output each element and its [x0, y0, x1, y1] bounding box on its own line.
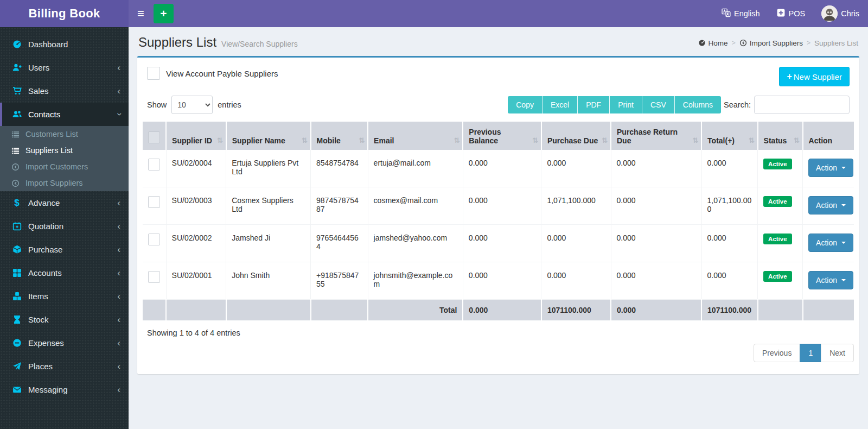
submenu-item-suppliers-list[interactable]: Suppliers List: [0, 142, 129, 159]
chevron-left-icon: ‹: [117, 222, 120, 231]
submenu-item-import-suppliers[interactable]: Import Suppliers: [0, 175, 129, 191]
cell-action: Action: [803, 262, 854, 300]
col-mobile[interactable]: Mobile⇅: [311, 122, 368, 150]
cell-previous-balance: 0.000: [463, 150, 541, 187]
navbar-right: English POS Chris: [722, 5, 859, 22]
col-purchase-due[interactable]: Purchase Due⇅: [541, 122, 611, 150]
cell-status: Active: [758, 187, 803, 225]
columns-button[interactable]: Columns: [675, 96, 721, 113]
contacts-icon: [10, 110, 23, 119]
sidebar-item-expenses[interactable]: Expenses ‹: [0, 331, 129, 355]
view-payable-checkbox[interactable]: [147, 67, 160, 80]
col-supplier-id[interactable]: Supplier ID⇅: [166, 122, 226, 150]
sidebar-item-contacts[interactable]: Contacts ‹: [0, 103, 129, 126]
quick-add-button[interactable]: +: [154, 4, 174, 23]
breadcrumb-import-suppliers[interactable]: Import Suppliers: [739, 39, 803, 47]
hourglass-icon: [10, 315, 23, 324]
chevron-left-icon: ‹: [117, 268, 120, 277]
submenu-item-import-customers[interactable]: Import Customers: [0, 159, 129, 175]
cell-purchase-due: 0.000: [541, 262, 611, 300]
chevron-left-icon: ‹: [117, 338, 120, 348]
sort-icon: ⇅: [359, 136, 365, 144]
sidebar-item-dashboard[interactable]: Dashboard: [0, 33, 129, 56]
cell-purchase-due: 0.000: [541, 225, 611, 262]
user-menu[interactable]: Chris: [821, 5, 859, 22]
breadcrumb-home[interactable]: Home: [698, 39, 728, 47]
sidebar-item-label: Dashboard: [28, 40, 68, 49]
sidebar-item-stock[interactable]: Stock ‹: [0, 308, 129, 331]
sort-icon: ⇅: [454, 136, 459, 144]
sidebar-item-accounts[interactable]: Accounts ‹: [0, 261, 129, 285]
row-select-cell: [143, 225, 166, 262]
search-label: Search:: [724, 100, 751, 109]
cell-previous-balance: 0.000: [463, 225, 541, 262]
action-button[interactable]: Action: [808, 271, 853, 289]
sort-icon: ⇅: [692, 136, 698, 144]
row-checkbox[interactable]: [148, 196, 160, 208]
col-previous-balance[interactable]: Previous Balance⇅: [463, 122, 541, 150]
hamburger-icon[interactable]: ≡: [137, 8, 144, 20]
plus-square-icon: [776, 8, 786, 19]
csv-button[interactable]: CSV: [642, 96, 675, 113]
col-supplier-name[interactable]: Supplier Name⇅: [226, 122, 311, 150]
sidebar: Billing Book Dashboard Users ‹ Sales ‹: [0, 0, 129, 429]
sidebar-item-label: Items: [28, 292, 48, 301]
action-button[interactable]: Action: [808, 234, 853, 252]
minus-circle-icon: [10, 338, 23, 348]
sidebar-item-advance[interactable]: $ Advance ‹: [0, 191, 129, 214]
cell-email: cosmex@mail.com: [368, 187, 463, 225]
search-input[interactable]: [754, 96, 850, 114]
cell-supplier-id: SU/02/0003: [166, 187, 226, 225]
sidebar-item-items[interactable]: Items ‹: [0, 285, 129, 308]
language-menu[interactable]: English: [722, 8, 760, 19]
copy-button[interactable]: Copy: [508, 96, 542, 113]
sidebar-menu: Dashboard Users ‹ Sales ‹ Contacts ‹: [0, 27, 129, 401]
action-button[interactable]: Action: [808, 196, 853, 214]
sidebar-item-label: Messaging: [28, 385, 68, 394]
sidebar-item-purchase[interactable]: Purchase ‹: [0, 238, 129, 261]
app-title: Billing Book: [29, 7, 100, 21]
cell-total: 0.000: [701, 150, 758, 187]
entries-label: entries: [218, 100, 241, 109]
cell-purchase-due: 0.000: [541, 150, 611, 187]
home-dashboard-icon: [698, 39, 706, 47]
cell-status: Active: [758, 225, 803, 262]
sort-icon: ⇅: [602, 136, 608, 144]
row-checkbox[interactable]: [148, 271, 160, 283]
status-badge: Active: [763, 196, 792, 207]
language-label: English: [734, 9, 760, 18]
excel-button[interactable]: Excel: [542, 96, 578, 113]
submenu-item-customers-list[interactable]: Customers List: [0, 126, 129, 142]
app-logo[interactable]: Billing Book: [0, 0, 129, 27]
pagination-page-1[interactable]: 1: [800, 344, 821, 362]
sidebar-item-users[interactable]: Users ‹: [0, 56, 129, 79]
import-icon: [739, 39, 747, 47]
sidebar-item-quotation[interactable]: Quotation ‹: [0, 214, 129, 238]
status-badge: Active: [763, 159, 792, 169]
footer-purchase-due: 1071100.000: [541, 300, 611, 321]
plus-icon: +: [787, 72, 792, 81]
row-checkbox[interactable]: [148, 234, 160, 245]
cell-mobile: 987457875487: [311, 187, 368, 225]
sidebar-item-messaging[interactable]: Messaging ‹: [0, 378, 129, 401]
user-plus-icon: [10, 63, 23, 72]
sidebar-item-sales[interactable]: Sales ‹: [0, 79, 129, 103]
pdf-button[interactable]: PDF: [578, 96, 610, 113]
pos-link[interactable]: POS: [776, 8, 806, 19]
print-button[interactable]: Print: [610, 96, 642, 113]
col-email[interactable]: Email⇅: [368, 122, 463, 150]
col-status[interactable]: Status⇅: [758, 122, 803, 150]
pagination: Previous 1 Next: [143, 340, 854, 362]
col-total[interactable]: Total(+)⇅: [701, 122, 758, 150]
page-length-select[interactable]: 10: [171, 96, 213, 114]
col-purchase-return-due[interactable]: Purchase Return Due⇅: [611, 122, 701, 150]
sort-icon: ⇅: [302, 136, 308, 144]
select-all-checkbox[interactable]: [148, 131, 160, 143]
sidebar-item-places[interactable]: Places ‹: [0, 355, 129, 378]
action-button[interactable]: Action: [808, 159, 853, 177]
pagination-next[interactable]: Next: [821, 344, 854, 362]
pagination-previous[interactable]: Previous: [754, 344, 800, 362]
user-name: Chris: [841, 9, 859, 18]
row-checkbox[interactable]: [148, 159, 160, 171]
new-supplier-button[interactable]: + New Supplier: [779, 67, 850, 86]
